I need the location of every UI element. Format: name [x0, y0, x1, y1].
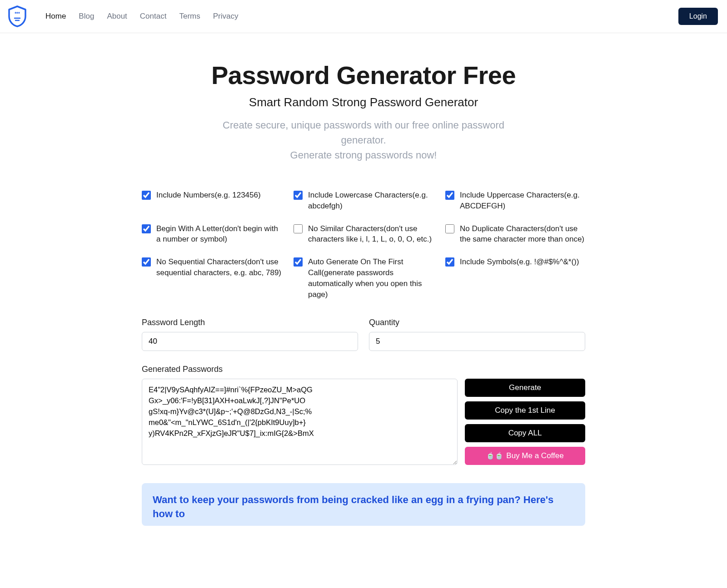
generated-textarea[interactable]: [142, 379, 458, 465]
checkbox-no-duplicate[interactable]: [445, 224, 454, 233]
nav-links: Home Blog About Contact Terms Privacy: [45, 12, 678, 21]
label-begin-letter[interactable]: Begin With A Letter(don't begin with a n…: [156, 223, 282, 245]
quantity-field: Quantity: [369, 318, 585, 351]
option-no-similar: No Similar Characters(don't use characte…: [294, 223, 433, 245]
length-input[interactable]: [142, 332, 358, 351]
checkbox-begin-letter[interactable]: [142, 224, 151, 233]
checkbox-no-similar[interactable]: [294, 224, 303, 233]
label-auto-generate[interactable]: Auto Generate On The First Call(generate…: [308, 257, 433, 300]
copy-all-button[interactable]: Copy ALL: [465, 424, 585, 442]
nav-privacy[interactable]: Privacy: [213, 12, 239, 21]
option-include-numbers: Include Numbers(e.g. 123456): [142, 190, 282, 212]
checkbox-auto-generate[interactable]: [294, 257, 303, 267]
quantity-label: Quantity: [369, 318, 585, 327]
tagline-line-1: Create secure, unique passwords with our…: [223, 119, 504, 146]
label-include-uppercase[interactable]: Include Uppercase Characters(e.g. ABCDEF…: [460, 190, 585, 212]
length-quantity-row: Password Length Quantity: [136, 318, 591, 351]
label-no-sequential[interactable]: No Sequential Characters(don't use seque…: [156, 257, 282, 278]
checkbox-include-uppercase[interactable]: [445, 191, 454, 200]
tagline: Create secure, unique passwords with our…: [200, 118, 527, 163]
label-include-numbers[interactable]: Include Numbers(e.g. 123456): [156, 190, 261, 201]
promo-banner: Want to keep your passwords from being c…: [142, 483, 585, 526]
option-include-lowercase: Include Lowercase Characters(e.g. abcdef…: [294, 190, 433, 212]
copy-first-button[interactable]: Copy the 1st Line: [465, 401, 585, 420]
label-include-lowercase[interactable]: Include Lowercase Characters(e.g. abcdef…: [308, 190, 433, 212]
navbar: *** Home Blog About Contact Terms Privac…: [0, 0, 727, 33]
nav-blog[interactable]: Blog: [79, 12, 94, 21]
checkbox-include-symbols[interactable]: [445, 257, 454, 267]
options-grid: Include Numbers(e.g. 123456) Include Low…: [136, 190, 591, 300]
page-title: Password Generator Free: [136, 60, 591, 90]
main-content: Password Generator Free Smart Random Str…: [127, 33, 600, 544]
quantity-input[interactable]: [369, 332, 585, 351]
nav-home[interactable]: Home: [45, 12, 66, 21]
action-buttons: Generate Copy the 1st Line Copy ALL 🍵🍵 B…: [465, 379, 585, 465]
length-field: Password Length: [142, 318, 358, 351]
checkbox-include-lowercase[interactable]: [294, 191, 303, 200]
generate-button[interactable]: Generate: [465, 379, 585, 397]
svg-text:***: ***: [15, 11, 20, 16]
coffee-cup-icon: 🍵🍵: [486, 452, 503, 460]
nav-about[interactable]: About: [107, 12, 127, 21]
label-no-duplicate[interactable]: No Duplicate Characters(don't use the sa…: [460, 223, 585, 245]
tagline-line-2: Generate strong passwords now!: [290, 149, 437, 161]
option-no-duplicate: No Duplicate Characters(don't use the sa…: [445, 223, 585, 245]
promo-heading: Want to keep your passwords from being c…: [153, 493, 574, 521]
nav-contact[interactable]: Contact: [140, 12, 167, 21]
generated-label: Generated Passwords: [142, 365, 585, 374]
buy-coffee-button[interactable]: 🍵🍵 Buy Me a Coffee: [465, 447, 585, 465]
option-include-uppercase: Include Uppercase Characters(e.g. ABCDEF…: [445, 190, 585, 212]
label-no-similar[interactable]: No Similar Characters(don't use characte…: [308, 223, 433, 245]
generated-section: Generated Passwords Generate Copy the 1s…: [136, 365, 591, 465]
checkbox-include-numbers[interactable]: [142, 191, 151, 200]
logo[interactable]: ***: [7, 5, 27, 27]
buy-coffee-label: Buy Me a Coffee: [506, 451, 563, 460]
label-include-symbols[interactable]: Include Symbols(e.g. !@#$%^&*()): [460, 257, 579, 267]
login-button[interactable]: Login: [678, 8, 718, 25]
option-no-sequential: No Sequential Characters(don't use seque…: [142, 257, 282, 300]
nav-terms[interactable]: Terms: [179, 12, 200, 21]
page-subtitle: Smart Random Strong Password Generator: [136, 95, 591, 109]
option-begin-letter: Begin With A Letter(don't begin with a n…: [142, 223, 282, 245]
shield-logo-icon: ***: [7, 5, 27, 27]
length-label: Password Length: [142, 318, 358, 327]
checkbox-no-sequential[interactable]: [142, 257, 151, 267]
option-include-symbols: Include Symbols(e.g. !@#$%^&*()): [445, 257, 585, 300]
option-auto-generate: Auto Generate On The First Call(generate…: [294, 257, 433, 300]
